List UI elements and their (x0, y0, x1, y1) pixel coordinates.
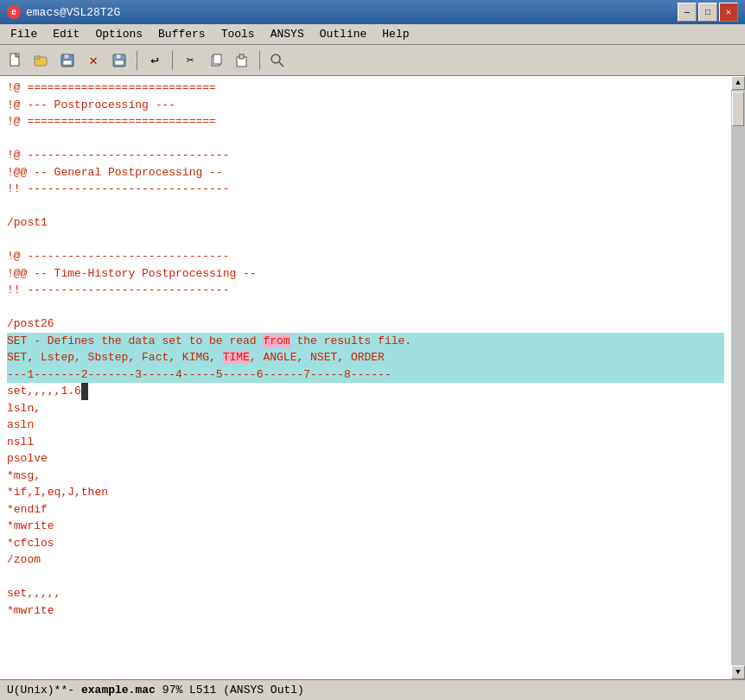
svg-rect-11 (213, 54, 221, 64)
svg-rect-8 (116, 54, 121, 59)
scrollbar[interactable]: ▲ ▼ (731, 76, 745, 679)
paste-btn[interactable] (230, 48, 254, 73)
menu-item-help[interactable]: Help (375, 26, 416, 42)
svg-point-14 (271, 54, 280, 63)
editor-line: psolve (7, 450, 724, 468)
minimize-button[interactable]: — (678, 3, 697, 22)
editor-line: !@ ------------------------------ (7, 248, 724, 265)
editor-mode: U(Unix)**- (7, 684, 74, 697)
scroll-down-btn[interactable]: ▼ (731, 665, 745, 679)
maximize-button[interactable]: □ (698, 3, 717, 22)
editor-line: set,,,,,1.6 (7, 383, 724, 400)
highlighted-word: from (263, 334, 290, 347)
search-btn[interactable] (265, 48, 290, 73)
editor-line: *cfclos (7, 535, 724, 552)
scroll-track (731, 90, 745, 665)
undo-btn[interactable]: ↩ (143, 48, 167, 73)
menu-item-ansys[interactable]: ANSYS (264, 26, 311, 42)
menu-item-outline[interactable]: Outline (313, 26, 374, 42)
editor-line (7, 130, 724, 148)
editor-line: *mwrite (7, 602, 724, 620)
emacs-icon: e (7, 5, 21, 19)
status-bar: U(Unix)**- example.mac 97% L511 (ANSYS O… (0, 679, 745, 700)
mode-label: (ANSYS Outl) (223, 684, 304, 697)
editor-line: !@@ -- General Postprocessing -- (7, 164, 724, 181)
separator-1 (137, 51, 137, 70)
editor-line: /post26 (7, 315, 724, 333)
editor-line: !@ --- Postprocessing --- (7, 97, 724, 114)
editor-line: !@ ============================ (7, 80, 724, 97)
editor-line: !@ ============================ (7, 113, 724, 130)
cut-btn[interactable]: ✂ (178, 48, 202, 73)
editor-line: *mwrite (7, 518, 724, 535)
menu-item-buffers[interactable]: Buffers (151, 26, 213, 42)
editor-line: /zoom (7, 551, 724, 569)
window-title: emacs@VSL28T2G (26, 6, 120, 19)
separator-3 (259, 51, 260, 70)
svg-rect-5 (64, 54, 69, 59)
svg-rect-3 (35, 56, 40, 59)
text-cursor (81, 383, 88, 400)
editor-line: lsln, (7, 400, 724, 417)
editor-line: SET - Defines the data set to be read fr… (7, 333, 724, 350)
scroll-thumb[interactable] (732, 92, 744, 126)
editor-line: SET, Lstep, Sbstep, Fact, KIMG, TIME, AN… (7, 349, 724, 366)
save-file-btn[interactable] (55, 48, 80, 73)
editor-line: !@@ -- Time-History Postprocessing -- (7, 265, 724, 283)
editor-line: nsll (7, 434, 724, 451)
menu-bar: FileEditOptionsBuffersToolsANSYSOutlineH… (0, 24, 745, 45)
editor-line: ---1-------2-------3-----4-----5-----6--… (7, 366, 724, 384)
svg-rect-9 (115, 60, 124, 65)
window-controls: — □ ✕ (678, 3, 738, 22)
editor-content[interactable]: !@ ============================!@ --- Po… (0, 76, 731, 679)
editor-line (7, 569, 724, 586)
editor-line: *endif (7, 501, 724, 519)
toolbar: ✕ ↩ ✂ (0, 45, 745, 76)
editor-line (7, 299, 724, 316)
svg-line-15 (279, 62, 283, 67)
open-file-btn[interactable] (29, 48, 54, 73)
close-file-btn[interactable]: ✕ (81, 48, 105, 73)
copy-btn[interactable] (204, 48, 228, 73)
close-button[interactable]: ✕ (719, 3, 738, 22)
file-position: 97% L511 (162, 684, 216, 697)
menu-item-options[interactable]: Options (88, 26, 150, 42)
menu-item-edit[interactable]: Edit (46, 26, 86, 42)
editor-line: /post1 (7, 214, 724, 232)
filename: example.mac (81, 684, 156, 697)
editor-line: asln (7, 417, 724, 434)
title-bar: e emacs@VSL28T2G — □ ✕ (0, 0, 745, 24)
editor-line: *if,I,eq,J,then (7, 484, 724, 501)
save-as-btn[interactable] (107, 48, 131, 73)
editor-line (7, 198, 724, 215)
editor-line: !! ------------------------------ (7, 181, 724, 198)
menu-item-tools[interactable]: Tools (214, 26, 262, 42)
editor-line (7, 232, 724, 249)
title-bar-left: e emacs@VSL28T2G (7, 5, 120, 19)
highlighted-word: TIME (223, 351, 250, 364)
editor-container[interactable]: !@ ============================!@ --- Po… (0, 76, 745, 679)
svg-rect-6 (63, 60, 72, 65)
separator-2 (172, 51, 173, 70)
editor-line: !! ------------------------------ (7, 282, 724, 299)
svg-rect-13 (239, 54, 244, 59)
editor-line: !@ ------------------------------ (7, 147, 724, 164)
editor-line: set,,,,, (7, 585, 724, 602)
menu-item-file[interactable]: File (3, 26, 44, 42)
new-file-btn[interactable] (3, 48, 28, 73)
editor-line: *msg, (7, 468, 724, 485)
scroll-up-btn[interactable]: ▲ (731, 76, 745, 90)
